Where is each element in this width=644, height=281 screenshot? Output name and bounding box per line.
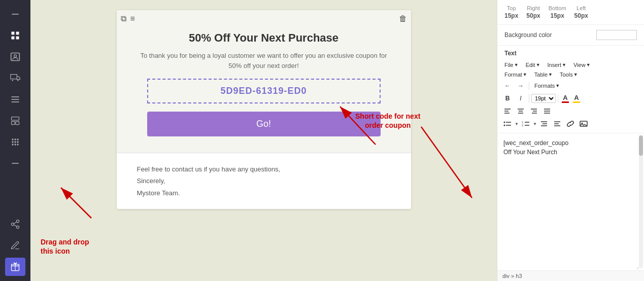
font-size-select[interactable]: 19pt 12pt 14pt 16pt 18pt 24pt	[531, 94, 556, 103]
view-menu[interactable]: View ▼	[570, 61, 594, 69]
italic-button[interactable]: I	[515, 93, 527, 104]
editor-content[interactable]: [wec_next_order_coupo Off Your Next Purc…	[497, 133, 644, 270]
svg-rect-2	[16, 32, 19, 35]
editor-scrollbar[interactable]	[639, 135, 643, 268]
sidebar-item-lines[interactable]	[5, 90, 25, 109]
go-button[interactable]: Go!	[147, 112, 381, 136]
svg-rect-13	[12, 122, 15, 125]
bold-button[interactable]: B	[501, 93, 514, 104]
spacing-bottom-label: Bottom	[549, 5, 566, 11]
sidebar-item-minus[interactable]	[5, 5, 25, 23]
separator-3	[558, 94, 558, 102]
numbered-list-button[interactable]: 1.2.	[520, 118, 532, 129]
sidebar-item-truck[interactable]	[5, 69, 25, 87]
sidebar-item-apps[interactable]	[5, 133, 25, 151]
edit-menu[interactable]: Edit ▼	[523, 61, 544, 69]
canvas-area: ⧉ ≡ 🗑 50% Off Your Next Purchase To than…	[30, 0, 497, 281]
sidebar-item-blocks[interactable]	[5, 112, 25, 130]
indent-button[interactable]	[538, 118, 550, 129]
align-center-button[interactable]	[515, 106, 527, 117]
spacing-left-label: Left	[577, 5, 586, 11]
svg-rect-14	[16, 122, 19, 125]
svg-rect-10	[12, 99, 19, 100]
toolbar-row-1: File ▼ Edit ▼ Insert ▼ View ▼	[501, 61, 640, 69]
left-sidebar	[0, 0, 30, 281]
trash-icon[interactable]: 🗑	[399, 14, 407, 23]
insert-menu[interactable]: Insert ▼	[545, 61, 569, 69]
editor-text: [wec_next_order_coupo Off Your Next Purc…	[503, 138, 638, 157]
coupon-box: 5D9ED-61319-ED0	[147, 79, 381, 103]
svg-rect-4	[16, 37, 19, 40]
editor-line2: Off Your Next Purch	[503, 148, 638, 157]
file-menu[interactable]: File ▼	[501, 61, 522, 69]
sidebar-item-share[interactable]	[5, 215, 25, 233]
copy-icon[interactable]: ⧉	[121, 14, 126, 23]
svg-rect-0	[12, 14, 18, 15]
image-button[interactable]	[578, 118, 590, 129]
sidebar-item-edit[interactable]	[5, 236, 25, 255]
promo-title: 50% Off Your Next Purchase	[138, 31, 390, 45]
svg-point-22	[14, 144, 16, 145]
text-color-bar	[562, 101, 569, 103]
sidebar-item-gift[interactable]	[5, 258, 25, 276]
sidebar-item-contact[interactable]	[5, 48, 25, 66]
outdent-button[interactable]	[551, 118, 563, 129]
link-button[interactable]	[564, 118, 577, 129]
spacing-top-label: Top	[507, 5, 516, 11]
separator-2	[529, 94, 529, 102]
text-toolbar: File ▼ Edit ▼ Insert ▼ View ▼ Format ▼	[497, 59, 644, 133]
svg-point-26	[12, 223, 14, 226]
svg-rect-3	[12, 37, 15, 40]
svg-point-23	[17, 144, 18, 145]
svg-point-46	[504, 125, 505, 126]
svg-rect-12	[12, 117, 19, 121]
spacing-top-value: 15px	[504, 12, 518, 19]
sidebar-item-grid[interactable]	[5, 26, 25, 45]
svg-point-18	[12, 141, 13, 143]
svg-point-19	[14, 141, 16, 143]
separator-1	[529, 82, 529, 90]
svg-line-31	[421, 127, 472, 198]
footer-text: Feel free to contact us if you have any …	[137, 163, 391, 199]
editor-line1: [wec_next_order_coupo	[503, 138, 638, 148]
svg-point-6	[14, 55, 17, 57]
text-section-label: Text	[497, 46, 644, 59]
spacing-bottom: Bottom 15px	[549, 5, 566, 19]
footer-section: Feel free to contact us if you have any …	[117, 153, 411, 209]
justify-button[interactable]	[541, 106, 553, 117]
tools-menu[interactable]: Tools ▼	[557, 71, 581, 79]
svg-point-25	[17, 220, 19, 223]
undo-button[interactable]: ←	[501, 80, 514, 91]
formats-menu[interactable]: Formats ▼	[531, 82, 563, 90]
right-panel: Top 15px Right 50px Bottom 15px Left 50p…	[497, 0, 644, 281]
highlight-color-button[interactable]: A	[571, 94, 582, 103]
bullet-list-button[interactable]	[501, 118, 514, 129]
svg-point-15	[12, 138, 13, 140]
text-color-button[interactable]: A	[560, 94, 570, 103]
redo-button[interactable]: →	[515, 80, 527, 91]
svg-point-45	[504, 122, 505, 123]
menu-icon[interactable]: ≡	[130, 14, 135, 23]
svg-rect-1	[12, 32, 15, 35]
footer-line1: Feel free to contact us if you have any …	[137, 163, 391, 175]
highlight-color-bar	[573, 101, 580, 103]
format-menu[interactable]: Format ▼	[501, 71, 530, 79]
sidebar-item-dash2[interactable]	[5, 154, 25, 172]
promo-description: To thank you for being a loyal customer …	[138, 51, 390, 71]
spacing-right-value: 50px	[526, 12, 540, 19]
background-color-swatch[interactable]	[596, 30, 637, 40]
coupon-code: 5D9ED-61319-ED0	[220, 86, 307, 96]
resize-handle[interactable]: ⌟	[636, 264, 639, 269]
table-menu[interactable]: Table ▼	[531, 71, 556, 79]
svg-point-17	[17, 138, 18, 140]
footer-line2: Sincerely,	[137, 175, 391, 187]
toolbar-row-5	[501, 106, 640, 117]
svg-text:2.: 2.	[522, 124, 524, 127]
align-left-button[interactable]	[501, 106, 514, 117]
align-right-button[interactable]	[528, 106, 540, 117]
footer-line3: Mystore Team.	[137, 187, 391, 199]
toolbar-row-2: Format ▼ Table ▼ Tools ▼	[501, 71, 640, 79]
card-toolbar-left: ⧉ ≡	[121, 14, 135, 23]
toolbar-row-3: ← → Formats ▼	[501, 80, 640, 91]
editor-scrollbar-thumb	[639, 135, 643, 156]
